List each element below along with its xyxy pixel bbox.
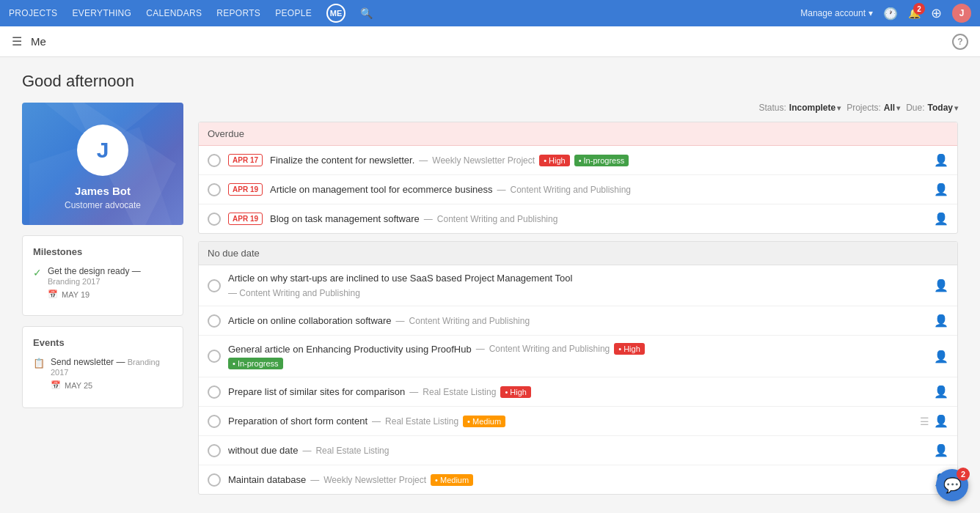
chat-bubble[interactable]: 💬 2 (936, 469, 968, 501)
task-project: Real Estate Listing (385, 416, 458, 427)
assign-icon[interactable]: 👤 (934, 212, 948, 226)
task-actions: 👤 (934, 153, 948, 167)
date-badge: APR 19 (228, 213, 263, 225)
task-line: Article on online collaboration software… (228, 315, 530, 326)
task-actions: 👤 (934, 350, 948, 363)
user-avatar[interactable]: J (952, 4, 971, 23)
table-row: Article on why start-ups are inclined to… (199, 265, 957, 306)
event-details: Send newsletter — Branding 2017 📅 MAY 25 (51, 357, 172, 390)
chevron-down-icon-2: ▾ (896, 104, 900, 112)
task-main: General article on Enhancing Productivit… (228, 343, 926, 369)
task-main: Prepare list of similar sites for compar… (228, 386, 926, 398)
task-checkbox[interactable] (208, 385, 221, 399)
high-tag: • High (500, 386, 531, 398)
profile-avatar: J (77, 125, 128, 176)
task-checkbox[interactable] (208, 154, 221, 167)
assign-icon[interactable]: 👤 (934, 314, 948, 328)
list-icon[interactable]: ☰ (920, 416, 929, 427)
task-title[interactable]: Preparation of short form content (228, 416, 368, 427)
task-subproject: — Content Writing and Publishing (228, 288, 360, 298)
task-main: Blog on task management software — Conte… (270, 213, 926, 224)
search-icon[interactable]: 🔍 (360, 7, 373, 19)
task-title[interactable]: Article on why start-ups are inclined to… (228, 273, 572, 284)
table-row: Maintain database — Weekly Newsletter Pr… (199, 465, 957, 494)
calendar-icon: 📅 (48, 289, 58, 299)
task-checkbox[interactable] (208, 183, 221, 196)
table-row: APR 19 Blog on task management software … (199, 204, 957, 233)
task-actions: 👤 (934, 212, 948, 226)
top-nav: PROJECTS EVERYTHING CALENDARS REPORTS PE… (0, 0, 980, 26)
task-line: Preparation of short form content — Real… (228, 416, 505, 427)
clock-icon[interactable]: 🕐 (883, 7, 898, 21)
medium-tag: • Medium (463, 416, 505, 427)
me-badge[interactable]: ME (326, 4, 345, 23)
right-panel: Status: Incomplete ▾ Projects: All ▾ Due… (198, 103, 958, 502)
assign-icon[interactable]: 👤 (934, 443, 948, 457)
task-project: Real Estate Listing (315, 446, 389, 456)
help-icon[interactable]: ? (952, 34, 968, 50)
nav-everything[interactable]: EVERYTHING (72, 8, 131, 18)
notification-bell[interactable]: 🔔 2 (908, 7, 921, 19)
assign-icon[interactable]: 👤 (934, 153, 948, 167)
assign-icon[interactable]: 👤 (934, 278, 948, 292)
events-title: Events (33, 337, 172, 348)
task-checkbox[interactable] (208, 314, 221, 328)
status-filter-value[interactable]: Incomplete ▾ (789, 103, 841, 113)
nav-reports[interactable]: REPORTS (216, 8, 260, 18)
task-title[interactable]: without due date (228, 445, 298, 456)
task-checkbox[interactable] (208, 415, 221, 428)
nav-people[interactable]: PEOPLE (275, 8, 312, 18)
manage-account-button[interactable]: Manage account ▾ (800, 8, 873, 18)
task-line: Article on management tool for ecommerce… (270, 184, 631, 195)
task-checkbox[interactable] (208, 279, 221, 292)
task-title[interactable]: Blog on task management software (270, 213, 420, 224)
task-actions: 👤 (934, 182, 948, 196)
assign-icon[interactable]: 👤 (934, 182, 948, 196)
nav-left: PROJECTS EVERYTHING CALENDARS REPORTS PE… (9, 4, 800, 23)
task-title[interactable]: Prepare list of similar sites for compar… (228, 386, 405, 397)
task-title[interactable]: Maintain database (228, 474, 306, 485)
page-title: Me (31, 35, 46, 48)
projects-filter: Projects: All ▾ (846, 103, 900, 113)
high-tag: • High (539, 155, 570, 166)
task-project: Weekly Newsletter Project (432, 155, 535, 166)
nav-projects[interactable]: PROJECTS (9, 8, 57, 18)
task-actions: 👤 (934, 314, 948, 328)
task-checkbox[interactable] (208, 213, 221, 226)
due-filter-value[interactable]: Today ▾ (928, 103, 958, 113)
table-row: APR 17 Finalize the content for newslett… (199, 146, 957, 175)
task-main: Maintain database — Weekly Newsletter Pr… (228, 474, 926, 486)
task-main: without due date — Real Estate Listing (228, 445, 926, 456)
task-main: Finalize the content for newsletter. — W… (270, 155, 926, 166)
task-line: Maintain database — Weekly Newsletter Pr… (228, 474, 473, 486)
task-project: Weekly Newsletter Project (323, 475, 426, 485)
add-icon[interactable]: ⊕ (931, 5, 942, 21)
assign-icon[interactable]: 👤 (934, 385, 948, 399)
task-actions: 👤 (934, 443, 948, 457)
task-checkbox[interactable] (208, 350, 221, 363)
main-content: Good afternoon J James Bot Customer advo… (0, 57, 980, 513)
milestones-card: Milestones ✓ Get the design ready — Bran… (22, 235, 183, 316)
table-row: without due date — Real Estate Listing 👤 (199, 436, 957, 465)
chevron-down-icon: ▾ (837, 104, 841, 112)
filters-row: Status: Incomplete ▾ Projects: All ▾ Due… (198, 103, 958, 113)
task-project: Content Writing and Publishing (511, 185, 632, 195)
task-line: Blog on task management software — Conte… (270, 213, 557, 224)
task-title[interactable]: Article on online collaboration software (228, 315, 392, 326)
assign-icon[interactable]: 👤 (934, 350, 948, 363)
task-title[interactable]: Article on management tool for ecommerce… (270, 184, 492, 195)
task-project: Content Writing and Publishing (409, 316, 530, 326)
nav-calendars[interactable]: CALENDARS (146, 8, 202, 18)
projects-filter-value[interactable]: All ▾ (884, 103, 900, 113)
hamburger-menu[interactable]: ☰ (12, 34, 22, 48)
task-title[interactable]: Finalize the content for newsletter. (270, 155, 414, 166)
task-checkbox[interactable] (208, 473, 221, 487)
task-line: Article on why start-ups are inclined to… (228, 273, 572, 284)
calendar-icon-2: 📅 (51, 380, 61, 390)
milestone-text: Get the design ready — Branding 2017 (48, 266, 172, 287)
task-checkbox[interactable] (208, 444, 221, 457)
task-line: Prepare list of similar sites for compar… (228, 386, 531, 398)
assign-icon[interactable]: 👤 (934, 414, 948, 428)
task-title[interactable]: General article on Enhancing Productivit… (228, 344, 472, 355)
task-project: Real Estate Listing (423, 387, 496, 397)
